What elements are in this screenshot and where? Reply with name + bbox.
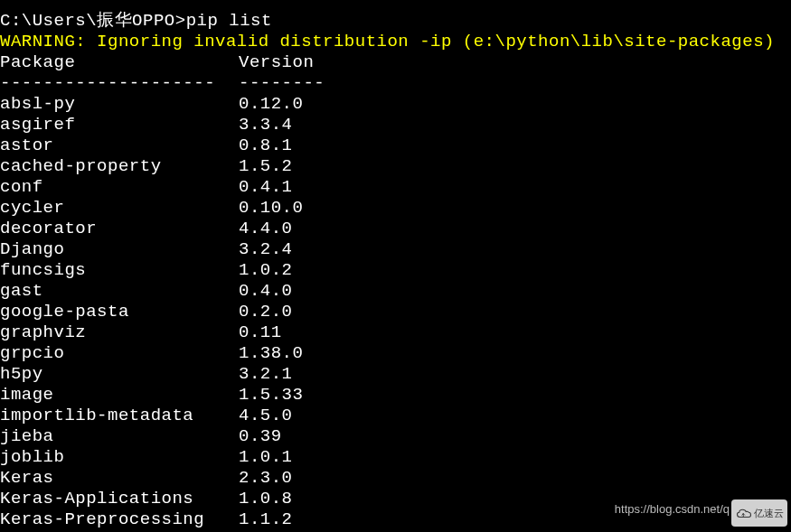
- package-version: 0.4.1: [239, 177, 293, 198]
- package-name: Keras: [0, 468, 239, 489]
- package-name: google-pasta: [0, 302, 239, 322]
- table-row: cached-property1.5.2: [0, 156, 791, 177]
- package-version: 0.4.0: [239, 281, 293, 302]
- table-divider: ----------------------------: [0, 73, 791, 94]
- table-row: Django3.2.4: [0, 239, 791, 260]
- table-row: decorator4.4.0: [0, 219, 791, 239]
- table-row: astor0.8.1: [0, 135, 791, 156]
- package-name: absl-py: [0, 94, 239, 115]
- package-version: 1.38.0: [239, 343, 303, 364]
- package-version: 3.2.1: [239, 364, 293, 385]
- package-name: asgiref: [0, 115, 239, 135]
- package-name: joblib: [0, 447, 239, 468]
- header-package: Package: [0, 52, 239, 73]
- package-name: gast: [0, 281, 239, 302]
- table-row: jieba0.39: [0, 426, 791, 447]
- table-row: asgiref3.3.4: [0, 115, 791, 135]
- package-version: 1.5.2: [239, 156, 293, 177]
- package-version: 0.39: [239, 426, 282, 447]
- table-row: joblib1.0.1: [0, 447, 791, 468]
- table-header: PackageVersion: [0, 52, 791, 73]
- table-row: absl-py0.12.0: [0, 94, 791, 115]
- package-version: 4.4.0: [239, 219, 293, 239]
- package-name: jieba: [0, 426, 239, 447]
- package-name: Django: [0, 239, 239, 260]
- package-name: Keras-Applications: [0, 489, 239, 509]
- table-row: graphviz0.11: [0, 322, 791, 343]
- package-name: grpcio: [0, 343, 239, 364]
- package-name: h5py: [0, 364, 239, 385]
- prompt-line: C:\Users\振华OPPO>pip list: [0, 11, 791, 32]
- header-version: Version: [239, 52, 314, 73]
- package-name: image: [0, 385, 239, 406]
- package-name: cycler: [0, 198, 239, 219]
- table-row: funcsigs1.0.2: [0, 260, 791, 281]
- package-version: 0.2.0: [239, 302, 293, 322]
- table-row: conf0.4.1: [0, 177, 791, 198]
- package-version: 1.0.8: [239, 489, 293, 509]
- package-name: astor: [0, 135, 239, 156]
- table-row: image1.5.33: [0, 385, 791, 406]
- package-version: 3.3.4: [239, 115, 293, 135]
- watermark-logo: 亿速云: [731, 499, 787, 527]
- package-version: 0.10.0: [239, 198, 303, 219]
- table-row: grpcio1.38.0: [0, 343, 791, 364]
- table-row: h5py3.2.1: [0, 364, 791, 385]
- package-version: 0.11: [239, 322, 282, 343]
- table-row: Keras2.3.0: [0, 468, 791, 489]
- package-name: graphviz: [0, 322, 239, 343]
- package-name: conf: [0, 177, 239, 198]
- table-row: importlib-metadata4.5.0: [0, 406, 791, 426]
- watermark-url: https://blog.csdn.net/q: [615, 499, 730, 519]
- table-row: gast0.4.0: [0, 281, 791, 302]
- package-name: Keras-Preprocessing: [0, 509, 239, 530]
- package-version: 1.5.33: [239, 385, 303, 406]
- divider-package: --------------------: [0, 73, 239, 94]
- package-name: cached-property: [0, 156, 239, 177]
- package-version: 1.1.2: [239, 509, 293, 530]
- table-row: cycler0.10.0: [0, 198, 791, 219]
- prompt-command: pip list: [186, 11, 272, 31]
- package-version: 2.3.0: [239, 468, 293, 489]
- package-version: 0.8.1: [239, 135, 293, 156]
- watermark-logo-text: 亿速云: [754, 503, 784, 524]
- package-name: importlib-metadata: [0, 406, 239, 426]
- package-list: absl-py0.12.0asgiref3.3.4astor0.8.1cache…: [0, 94, 791, 530]
- divider-version: --------: [239, 73, 325, 94]
- cloud-icon: [736, 508, 752, 518]
- table-row: google-pasta0.2.0: [0, 302, 791, 322]
- package-version: 4.5.0: [239, 406, 293, 426]
- package-version: 0.12.0: [239, 94, 303, 115]
- terminal-output: C:\Users\振华OPPO>pip list WARNING: Ignori…: [0, 0, 791, 530]
- package-version: 3.2.4: [239, 239, 293, 260]
- warning-line: WARNING: Ignoring invalid distribution -…: [0, 32, 791, 52]
- package-version: 1.0.1: [239, 447, 293, 468]
- prompt-path: C:\Users\振华OPPO>: [0, 11, 186, 31]
- package-name: decorator: [0, 219, 239, 239]
- package-version: 1.0.2: [239, 260, 293, 281]
- package-name: funcsigs: [0, 260, 239, 281]
